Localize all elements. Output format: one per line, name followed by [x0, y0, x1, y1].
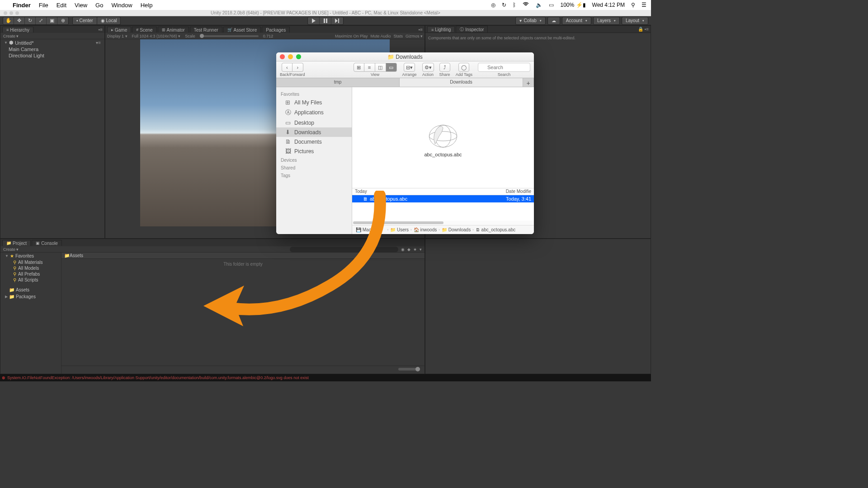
menu-help[interactable]: Help: [141, 2, 153, 9]
favorite-item[interactable]: ⚲All Models: [0, 265, 61, 271]
hierarchy-item[interactable]: Main Camera: [0, 46, 104, 52]
hierarchy-tab[interactable]: ≡Hierarchy: [2, 27, 33, 33]
menu-go[interactable]: Go: [95, 2, 103, 9]
path-segment[interactable]: 📁 Users: [390, 227, 409, 232]
filter-icon[interactable]: ★: [413, 247, 417, 252]
finder-titlebar[interactable]: 📁Downloads: [276, 52, 534, 61]
minimize-icon[interactable]: [288, 54, 293, 59]
path-segment[interactable]: 📁 Downloads: [442, 227, 471, 232]
new-tab-button[interactable]: +: [523, 78, 534, 87]
action-button[interactable]: ⚙▾: [422, 63, 434, 72]
lighting-tab[interactable]: ≡Lighting: [427, 26, 455, 32]
assets-folder[interactable]: ▶📁Assets: [0, 286, 61, 293]
list-view-button[interactable]: ≡: [364, 63, 375, 72]
window-controls[interactable]: [280, 54, 301, 59]
sidebar-item-downloads[interactable]: ⬇Downloads: [276, 127, 352, 137]
close-icon[interactable]: [280, 54, 285, 59]
panel-menu-icon[interactable]: ▪≡: [99, 27, 104, 32]
maximize-toggle[interactable]: Maximize On Play: [335, 34, 368, 38]
filter-icon[interactable]: ◆: [407, 247, 410, 252]
animator-tab[interactable]: ⊞Animator: [158, 27, 189, 33]
back-button[interactable]: ‹: [282, 63, 292, 72]
maximize-icon[interactable]: [296, 54, 301, 59]
forward-button[interactable]: ›: [292, 63, 303, 72]
save-search-icon[interactable]: ▾: [420, 247, 422, 252]
tags-button[interactable]: ◯: [458, 63, 469, 72]
sidebar-item-applications[interactable]: ⒶApplications: [276, 107, 352, 118]
pivot-center-button[interactable]: ▪Center: [72, 17, 97, 25]
status-icon[interactable]: ◎: [491, 2, 495, 8]
favorite-item[interactable]: ⚲All Materials: [0, 259, 61, 265]
scale-tool-button[interactable]: ⤢: [36, 17, 47, 24]
icon-view-button[interactable]: ⊞: [354, 63, 364, 72]
transform-tool-button[interactable]: ⊕: [57, 17, 68, 24]
layers-dropdown[interactable]: Layers▾: [593, 17, 620, 25]
assetstore-tab[interactable]: 🛒Asset Store: [223, 27, 261, 33]
window-controls[interactable]: [4, 11, 19, 15]
favorite-item[interactable]: ⚲All Scripts: [0, 277, 61, 283]
game-tab[interactable]: ▸Game: [107, 27, 131, 33]
column-view-button[interactable]: ◫: [375, 63, 386, 72]
play-button[interactable]: [308, 17, 320, 24]
gallery-view-button[interactable]: ▭: [386, 63, 397, 72]
collab-dropdown[interactable]: ▾ Collab▾: [515, 17, 545, 25]
wifi-icon[interactable]: [522, 1, 529, 9]
menu-window[interactable]: Window: [111, 2, 132, 9]
create-dropdown[interactable]: Create: [3, 247, 15, 252]
menu-edit[interactable]: Edit: [57, 2, 66, 9]
rect-tool-button[interactable]: ▣: [47, 17, 57, 24]
finder-tab-downloads[interactable]: Downloads: [400, 78, 523, 87]
search-input[interactable]: [290, 247, 398, 252]
scene-tab[interactable]: #Scene: [132, 27, 156, 33]
create-dropdown[interactable]: Create: [3, 34, 15, 38]
path-segment[interactable]: 🏠 inwoods: [414, 227, 437, 232]
notification-center-icon[interactable]: ☰: [642, 2, 646, 8]
step-button[interactable]: [331, 17, 343, 24]
finder-tab-tmp[interactable]: tmp: [276, 78, 400, 87]
cloud-button[interactable]: ☁: [547, 17, 560, 25]
aspect-dropdown[interactable]: Full 1024 4:3 (1024x768) ▾: [132, 34, 181, 38]
scale-slider[interactable]: [200, 35, 259, 37]
scrollbar[interactable]: [352, 221, 534, 225]
rotate-tool-button[interactable]: ↻: [25, 17, 36, 24]
filter-icon[interactable]: ◉: [401, 247, 405, 252]
sidebar-item-documents[interactable]: 🗎Documents: [276, 137, 352, 146]
stats-toggle[interactable]: Stats: [393, 34, 403, 38]
move-tool-button[interactable]: ✥: [14, 17, 25, 24]
panel-menu-icon[interactable]: ▪≡: [419, 27, 425, 32]
hierarchy-item[interactable]: Directional Light: [0, 52, 104, 59]
timemachine-icon[interactable]: ↻: [502, 2, 506, 8]
mute-toggle[interactable]: Mute Audio: [370, 34, 391, 38]
gizmos-dropdown[interactable]: Gizmos ▾: [406, 34, 423, 38]
file-row[interactable]: 🗎abc_octopus.abc Today, 3:41: [352, 195, 534, 202]
packages-tab[interactable]: Packages: [262, 27, 290, 33]
sidebar-item-desktop[interactable]: ▭Desktop: [276, 118, 352, 127]
account-dropdown[interactable]: Account▾: [562, 17, 591, 25]
column-today[interactable]: Today: [352, 188, 493, 195]
clock[interactable]: Wed 4:12 PM: [592, 2, 625, 8]
sidebar-item-pictures[interactable]: 🖼Pictures: [276, 146, 352, 156]
testrunner-tab[interactable]: Test Runner: [190, 27, 222, 33]
menu-view[interactable]: View: [75, 2, 87, 9]
console-tab[interactable]: ▣Console: [32, 240, 62, 246]
packages-folder[interactable]: ▶📁Packages: [0, 293, 61, 300]
pause-button[interactable]: [320, 17, 331, 24]
sidebar-item-allmyfiles[interactable]: ⊞All My Files: [276, 98, 352, 107]
path-segment[interactable]: 💾 Mac: [356, 227, 371, 232]
app-menu[interactable]: Finder: [13, 2, 31, 9]
battery-status[interactable]: 100% ⚡▮: [560, 2, 585, 8]
favorites-header[interactable]: ▼★Favorites: [0, 253, 61, 259]
share-button[interactable]: ⤴: [439, 63, 450, 72]
layout-dropdown[interactable]: Layout▾: [622, 17, 648, 25]
path-segment[interactable]: 🗎 abc_octopus.abc: [476, 227, 515, 232]
project-tab[interactable]: 📁Project: [2, 240, 31, 246]
spotlight-icon[interactable]: ⚲: [631, 2, 635, 8]
hand-tool-button[interactable]: ✋: [3, 17, 14, 24]
menu-file[interactable]: File: [39, 2, 48, 9]
status-bar-error[interactable]: ⊗ System.IO.FileNotFoundException: /User…: [0, 374, 651, 381]
pivot-local-button[interactable]: ◉Local: [97, 17, 121, 25]
search-input[interactable]: [478, 63, 530, 72]
panel-menu-icon[interactable]: 🔒 ▪≡: [638, 27, 651, 32]
volume-icon[interactable]: 🔈: [536, 2, 542, 8]
display-dropdown[interactable]: Display 1 ▾: [107, 34, 127, 38]
